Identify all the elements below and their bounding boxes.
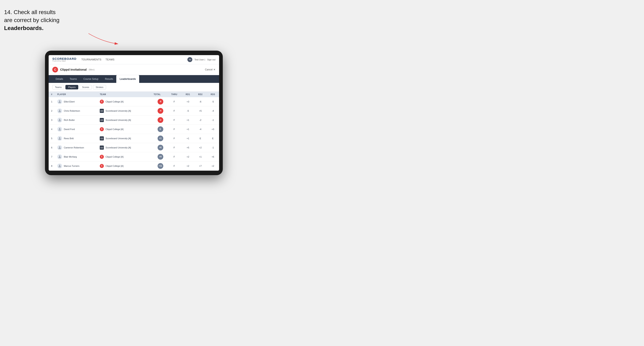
player-cell: Cameron Robertson — [55, 143, 97, 152]
team-name: Scoreboard University [A] — [106, 137, 131, 140]
tab-teams[interactable]: Teams — [66, 75, 80, 83]
tab-leaderboards[interactable]: Leaderboards — [116, 75, 139, 83]
filter-row: Teams Players Scores Strokes — [49, 83, 219, 92]
col-player: PLAYER — [55, 92, 97, 97]
rank-cell: 1 — [49, 97, 55, 106]
nav-link-tournaments[interactable]: TOURNAMENTS — [81, 58, 101, 61]
table-row: 1 Elliot Ebert C Clippd College [A] -8 F… — [49, 97, 219, 106]
team-logo-c: C — [100, 155, 104, 159]
table-header: # PLAYER TEAM TOTAL THRU RD1 RD2 RD3 — [49, 92, 219, 97]
team-cell: C Clippd College [A] — [97, 152, 146, 161]
rank-cell: 8 — [49, 161, 55, 171]
rd3-cell: +3 — [207, 125, 219, 134]
team-logo-sb — [100, 109, 104, 113]
rd3-cell: +6 — [207, 152, 219, 161]
rd2-cell: -6 — [194, 97, 207, 106]
player-avatar — [57, 145, 62, 150]
player-cell: Rees Britt — [55, 134, 97, 143]
team-name: Scoreboard University [A] — [106, 146, 131, 149]
team-name: Clippd College [A] — [106, 156, 124, 158]
score-badge: -4 — [158, 108, 163, 114]
rd1-cell: +1 — [182, 125, 194, 134]
filter-teams-btn[interactable]: Teams — [52, 85, 64, 89]
player-avatar — [57, 164, 62, 169]
player-avatar — [57, 108, 62, 113]
col-thru: THRU — [167, 92, 182, 97]
player-name: Blair McHarg — [64, 156, 77, 158]
player-cell: Marcus Turners — [55, 161, 97, 171]
filter-scores-btn[interactable]: Scores — [80, 85, 92, 89]
team-logo-sb — [100, 146, 104, 150]
filter-players-btn[interactable]: Players — [66, 85, 78, 89]
instruction-line3: Leaderboards. — [4, 25, 44, 31]
team-name: Clippd College [A] — [106, 165, 124, 167]
table-row: 2 Chris Robertson Scoreboard University … — [49, 106, 219, 115]
cancel-button[interactable]: Cancel ✕ — [205, 68, 216, 71]
player-avatar — [57, 127, 62, 132]
team-logo-sb — [100, 136, 104, 141]
player-name: Elliot Ebert — [64, 100, 74, 103]
team-name: Scoreboard University [A] — [106, 110, 131, 112]
player-avatar — [57, 136, 62, 141]
player-name: Rich Butler — [64, 119, 75, 121]
player-name: David Ford — [64, 128, 75, 131]
score-badge: +6 — [158, 145, 163, 151]
logo-block: SCOREBOARD Powered by clippd — [52, 57, 76, 62]
rd3-cell: E — [207, 134, 219, 143]
col-rd1: RD1 — [182, 92, 194, 97]
team-logo-sb — [100, 118, 104, 122]
rd2-cell: +2 — [194, 143, 207, 152]
svg-point-1 — [59, 100, 60, 102]
rd1-cell: +2 — [182, 152, 194, 161]
svg-point-4 — [59, 128, 60, 129]
thru-cell: F — [167, 125, 182, 134]
nav-link-teams[interactable]: TEAMS — [106, 58, 114, 61]
logo-sub: Powered by clippd — [52, 60, 76, 62]
tab-results[interactable]: Results — [102, 75, 116, 83]
team-cell: Scoreboard University [A] — [97, 134, 146, 143]
scene-wrapper: 14. Check all results are correct by cli… — [4, 8, 640, 175]
table-row: 3 Rich Butler Scoreboard University [A] … — [49, 115, 219, 125]
rd2-cell: +7 — [194, 161, 207, 171]
total-cell: +1 — [146, 134, 167, 143]
player-avatar — [57, 118, 62, 123]
col-rank: # — [49, 92, 55, 97]
tablet-screen: SCOREBOARD Powered by clippd TOURNAMENTS… — [49, 55, 219, 171]
nav-right: TU Test User | Sign out — [188, 57, 216, 62]
instruction-line1: 14. Check all results — [4, 9, 56, 15]
signout-link[interactable]: Sign out — [207, 58, 216, 61]
player-cell: Elliot Ebert — [55, 97, 97, 106]
rd3-cell: -5 — [207, 97, 219, 106]
tab-nav: Details Teams Course Setup Results Leade… — [49, 75, 219, 83]
team-cell: C Clippd College [A] — [97, 125, 146, 134]
table-row: 8 Marcus Turners C Clippd College [A] +1… — [49, 161, 219, 171]
rank-cell: 2 — [49, 106, 55, 115]
team-logo-c: C — [100, 164, 104, 168]
team-cell: C Clippd College [A] — [97, 161, 146, 171]
team-name: Clippd College [A] — [106, 128, 124, 131]
table-row: 4 David Ford C Clippd College [A] E F +1… — [49, 125, 219, 134]
tournament-name: Clippd Invitational — [60, 68, 87, 71]
thru-cell: F — [167, 143, 182, 152]
col-team: TEAM — [97, 92, 146, 97]
filter-strokes-btn[interactable]: Strokes — [93, 85, 106, 89]
col-rd3: RD3 — [207, 92, 219, 97]
thru-cell: F — [167, 106, 182, 115]
tab-details[interactable]: Details — [52, 75, 66, 83]
tablet-frame: SCOREBOARD Powered by clippd TOURNAMENTS… — [45, 51, 223, 175]
player-cell: Rich Butler — [55, 115, 97, 125]
top-nav: SCOREBOARD Powered by clippd TOURNAMENTS… — [49, 55, 219, 64]
svg-point-7 — [59, 156, 60, 157]
rd1-cell: +1 — [182, 115, 194, 125]
table-row: 7 Blair McHarg C Clippd College [A] +9 F… — [49, 152, 219, 161]
team-cell: C Clippd College [A] — [97, 97, 146, 106]
tab-course-setup[interactable]: Course Setup — [80, 75, 102, 83]
rd1-cell: +1 — [182, 134, 194, 143]
team-cell: Scoreboard University [A] — [97, 115, 146, 125]
rd3-cell: +2 — [207, 161, 219, 171]
score-badge: -8 — [158, 99, 163, 105]
rd2-cell: E — [194, 134, 207, 143]
cancel-x-icon: ✕ — [213, 68, 216, 71]
score-badge: E — [158, 126, 163, 132]
rd3-cell: -4 — [207, 106, 219, 115]
